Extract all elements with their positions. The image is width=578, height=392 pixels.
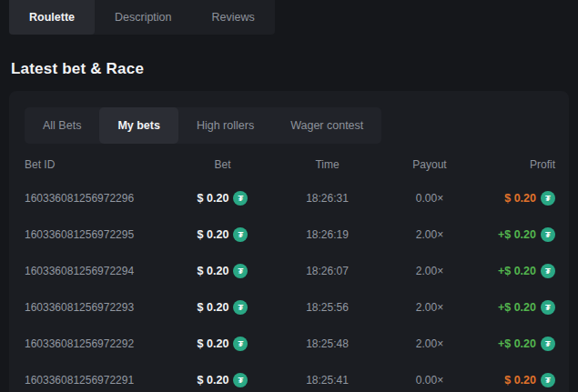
profit-amount: +$ 0.20 — [498, 228, 536, 241]
profit-cell: $ 0.20₮ — [480, 373, 555, 387]
page-tab-description[interactable]: Description — [95, 0, 192, 35]
time-cell: 18:25:48 — [275, 337, 380, 350]
bet-id-cell: 160336081256972294 — [25, 265, 170, 277]
section-title: Latest bet & Race — [11, 60, 578, 78]
bets-table: Bet IDBetTimePayoutProfit 16033608125697… — [25, 149, 555, 392]
bet-cell: $ 0.20₮ — [170, 191, 275, 206]
bet-id-cell: 160336081256972295 — [25, 228, 170, 241]
bet-amount: $ 0.20 — [198, 337, 229, 350]
bet-amount: $ 0.20 — [198, 301, 229, 314]
column-header-payout: Payout — [380, 158, 480, 171]
payout-cell: 0.00× — [380, 374, 480, 387]
tether-coin-icon: ₮ — [541, 373, 555, 387]
bet-cell: $ 0.20₮ — [170, 373, 275, 387]
bet-amount: $ 0.20 — [198, 374, 229, 387]
tether-coin-icon: ₮ — [233, 300, 248, 315]
profit-cell: +$ 0.20₮ — [480, 337, 555, 351]
time-cell: 18:25:41 — [275, 374, 380, 387]
table-row: 160336081256972295$ 0.20₮18:26:192.00×+$… — [25, 216, 555, 253]
column-header-profit: Profit — [480, 158, 555, 171]
time-cell: 18:25:56 — [275, 301, 380, 314]
tether-coin-icon: ₮ — [541, 300, 555, 315]
filter-tab-wager-contest[interactable]: Wager contest — [272, 107, 381, 144]
table-header-row: Bet IDBetTimePayoutProfit — [25, 149, 555, 180]
bet-id-cell: 160336081256972296 — [25, 192, 170, 205]
tether-coin-icon: ₮ — [541, 337, 555, 351]
bet-id-cell: 160336081256972292 — [25, 337, 170, 350]
column-header-time: Time — [275, 158, 380, 171]
tether-coin-icon: ₮ — [233, 373, 248, 387]
payout-cell: 0.00× — [380, 192, 480, 205]
time-cell: 18:26:31 — [275, 192, 380, 205]
payout-cell: 2.00× — [380, 337, 480, 350]
table-row: 160336081256972292$ 0.20₮18:25:482.00×+$… — [25, 326, 555, 362]
tether-coin-icon: ₮ — [541, 227, 555, 242]
table-row: 160336081256972294$ 0.20₮18:26:072.00×+$… — [25, 253, 555, 289]
column-header-bet-id: Bet ID — [25, 158, 170, 171]
table-row: 160336081256972296$ 0.20₮18:26:310.00×$ … — [25, 180, 555, 216]
profit-amount: +$ 0.20 — [498, 301, 536, 314]
bet-amount: $ 0.20 — [198, 265, 229, 277]
page-tab-roulette[interactable]: Roulette — [9, 0, 95, 35]
page-tab-reviews[interactable]: Reviews — [192, 0, 275, 35]
tether-coin-icon: ₮ — [233, 227, 248, 242]
tether-coin-icon: ₮ — [233, 191, 248, 206]
latest-bets-panel: All BetsMy betsHigh rollersWager contest… — [9, 91, 569, 392]
profit-cell: $ 0.20₮ — [480, 191, 555, 206]
filter-tab-high-rollers[interactable]: High rollers — [178, 107, 272, 144]
profit-cell: +$ 0.20₮ — [480, 264, 555, 278]
bet-cell: $ 0.20₮ — [170, 264, 275, 278]
profit-amount: $ 0.20 — [504, 374, 536, 387]
bet-amount: $ 0.20 — [198, 228, 229, 241]
bet-amount: $ 0.20 — [198, 192, 229, 205]
bets-filter-tabs: All BetsMy betsHigh rollersWager contest — [25, 107, 381, 144]
profit-cell: +$ 0.20₮ — [480, 300, 555, 315]
filter-tab-all-bets[interactable]: All Bets — [25, 107, 99, 144]
tether-coin-icon: ₮ — [233, 264, 248, 278]
time-cell: 18:26:07 — [275, 265, 380, 277]
bet-id-cell: 160336081256972291 — [25, 374, 170, 387]
tether-coin-icon: ₮ — [541, 191, 555, 206]
payout-cell: 2.00× — [380, 228, 480, 241]
profit-amount: $ 0.20 — [504, 192, 536, 205]
game-page-tabs: RouletteDescriptionReviews — [9, 0, 275, 35]
profit-amount: +$ 0.20 — [498, 337, 536, 350]
bet-id-cell: 160336081256972293 — [25, 301, 170, 314]
table-body: 160336081256972296$ 0.20₮18:26:310.00×$ … — [25, 180, 555, 392]
table-row: 160336081256972293$ 0.20₮18:25:562.00×+$… — [25, 289, 555, 326]
filter-tab-my-bets[interactable]: My bets — [99, 107, 178, 144]
bet-cell: $ 0.20₮ — [170, 227, 275, 242]
profit-cell: +$ 0.20₮ — [480, 227, 555, 242]
profit-amount: +$ 0.20 — [498, 265, 536, 277]
table-row: 160336081256972291$ 0.20₮18:25:410.00×$ … — [25, 362, 555, 392]
tether-coin-icon: ₮ — [541, 264, 555, 278]
tether-coin-icon: ₮ — [233, 337, 248, 351]
time-cell: 18:26:19 — [275, 228, 380, 241]
payout-cell: 2.00× — [380, 265, 480, 277]
bet-cell: $ 0.20₮ — [170, 337, 275, 351]
bet-cell: $ 0.20₮ — [170, 300, 275, 315]
payout-cell: 2.00× — [380, 301, 480, 314]
column-header-bet: Bet — [170, 158, 275, 171]
